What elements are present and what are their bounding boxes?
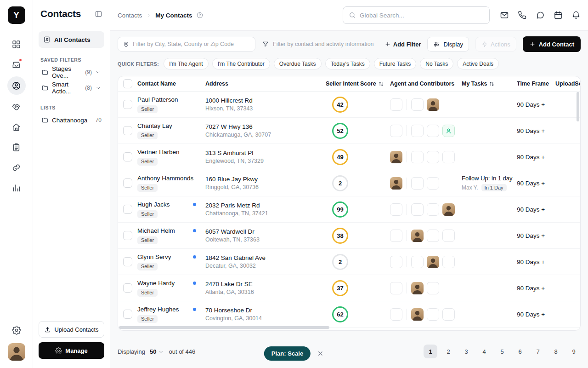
avatar-slot-empty[interactable] xyxy=(427,282,439,294)
contact-name[interactable]: Hugh Jacks xyxy=(137,201,170,208)
row-checkbox[interactable] xyxy=(123,205,132,214)
row-checkbox[interactable] xyxy=(123,231,132,240)
contact-name[interactable]: Paul Patterson xyxy=(137,96,178,103)
mail-icon[interactable] xyxy=(500,11,509,20)
horizontal-scrollbar[interactable] xyxy=(119,326,329,329)
saved-filter-item[interactable]: Smart Actio...(8) xyxy=(39,80,104,96)
avatar-slot-empty[interactable] xyxy=(427,308,439,321)
inbox-icon[interactable] xyxy=(8,56,25,73)
contributor-avatar[interactable] xyxy=(427,98,439,111)
column-header[interactable]: My Tasks xyxy=(462,80,517,87)
avatar-slot-empty[interactable] xyxy=(427,203,439,216)
add-filter-button[interactable]: Add Filter xyxy=(384,41,421,48)
display-button[interactable]: Display xyxy=(427,37,469,52)
avatar-slot-empty[interactable] xyxy=(442,230,455,242)
quick-filter-pill[interactable]: No Tasks xyxy=(420,58,453,69)
quick-filter-pill[interactable]: Active Deals xyxy=(457,58,499,69)
avatar-slot-empty[interactable] xyxy=(390,125,402,137)
contributor-avatar[interactable] xyxy=(411,230,424,242)
phone-icon[interactable] xyxy=(518,11,527,20)
quick-filter-pill[interactable]: I'm The Agent xyxy=(164,58,208,69)
app-logo[interactable]: Y xyxy=(8,6,25,24)
avatar-slot-empty[interactable] xyxy=(390,230,402,242)
table-row[interactable]: Jeffrey HughesSeller70 Horseshoe DrCovin… xyxy=(118,301,580,328)
sidebar-item-all-contacts[interactable]: All Contacts xyxy=(39,31,104,48)
table-row[interactable]: Chantay LaySeller7027 W Hwy 136Chickamau… xyxy=(118,118,580,144)
row-checkbox[interactable] xyxy=(123,257,132,266)
contributor-avatar[interactable] xyxy=(411,282,424,294)
bell-icon[interactable] xyxy=(571,11,581,20)
row-checkbox[interactable] xyxy=(123,152,132,161)
contact-name[interactable]: Michael Helm xyxy=(137,227,175,234)
page-button[interactable]: 8 xyxy=(549,345,563,358)
upload-contacts-button[interactable]: Upload Contacts xyxy=(39,321,104,338)
contact-name[interactable]: Anthony Hammonds xyxy=(137,175,193,182)
page-button[interactable]: 2 xyxy=(441,345,455,358)
avatar-slot-empty[interactable] xyxy=(390,98,402,111)
page-button[interactable]: 1 xyxy=(424,345,437,358)
select-all-checkbox[interactable] xyxy=(123,79,132,88)
page-button[interactable]: 7 xyxy=(531,345,545,358)
table-row[interactable]: Vertner HarbenSeller313 S Amhurst PlEngl… xyxy=(118,144,580,170)
tasks-icon[interactable] xyxy=(8,139,25,155)
chevron-down-icon[interactable] xyxy=(95,85,102,91)
avatar-slot-empty[interactable] xyxy=(427,151,439,163)
actions-button[interactable]: Actions xyxy=(475,37,516,52)
page-button[interactable]: 3 xyxy=(459,345,473,358)
avatar-slot-empty[interactable] xyxy=(427,230,439,242)
links-icon[interactable] xyxy=(8,159,25,176)
avatar-slot-empty[interactable] xyxy=(442,308,455,321)
contact-name[interactable]: Vertner Harben xyxy=(137,149,180,155)
avatar-slot-empty[interactable] xyxy=(411,151,424,163)
page-size-select[interactable]: 50 xyxy=(150,348,164,355)
avatar-slot-empty[interactable] xyxy=(411,177,424,190)
avatar-slot-empty[interactable] xyxy=(442,256,455,268)
avatar-slot-empty[interactable] xyxy=(427,125,439,137)
avatar-slot-empty[interactable] xyxy=(411,98,424,111)
table-row[interactable]: Anthony HammondsSeller160 Blue Jay PkwyR… xyxy=(118,170,580,196)
avatar-slot-empty[interactable] xyxy=(442,151,455,163)
collapse-sidebar-icon[interactable] xyxy=(95,10,102,18)
row-checkbox[interactable] xyxy=(123,178,132,188)
avatar-slot-empty[interactable] xyxy=(411,203,424,216)
saved-filter-item[interactable]: Stages Ove...(9) xyxy=(39,64,104,80)
task-title[interactable]: Follow Up: in 1 day xyxy=(462,175,514,182)
table-row[interactable]: Hugh JacksSeller2032 Paris Metz RdChatta… xyxy=(118,196,580,223)
table-row[interactable]: Glynn ServySeller1842 San Gabriel AveDec… xyxy=(118,249,580,275)
avatar-slot-empty[interactable] xyxy=(411,256,424,268)
contact-name[interactable]: Glynn Servy xyxy=(137,253,171,260)
dashboard-icon[interactable] xyxy=(8,36,25,52)
sort-icon[interactable] xyxy=(489,81,495,87)
list-item[interactable]: Chattanooga70 xyxy=(39,112,104,128)
contributor-avatar[interactable] xyxy=(427,256,439,268)
avatar-slot-empty[interactable] xyxy=(390,203,402,216)
column-header[interactable]: Address xyxy=(205,80,326,87)
contributor-avatar[interactable] xyxy=(411,308,424,321)
location-filter-input[interactable] xyxy=(133,41,250,47)
chat-icon[interactable] xyxy=(536,11,545,20)
deals-icon[interactable] xyxy=(8,98,25,115)
column-header[interactable]: UploadSo xyxy=(555,80,580,87)
manage-button[interactable]: Manage xyxy=(39,342,104,359)
column-header[interactable]: Time Frame xyxy=(517,80,555,87)
calendar-icon[interactable] xyxy=(554,11,563,20)
quick-filter-pill[interactable]: I'm The Contributor xyxy=(212,58,270,69)
global-search-input[interactable] xyxy=(360,12,484,19)
contributor-avatar[interactable] xyxy=(442,203,455,216)
contact-filter-input[interactable] xyxy=(273,41,378,47)
avatar-slot-empty[interactable] xyxy=(390,256,402,268)
page-button[interactable]: 5 xyxy=(495,345,509,358)
avatar-slot-empty[interactable] xyxy=(427,177,439,190)
column-header[interactable]: Contact Name xyxy=(137,80,205,87)
avatar-slot-empty[interactable] xyxy=(411,125,424,137)
home-icon[interactable] xyxy=(8,119,25,135)
analytics-icon[interactable] xyxy=(8,179,25,196)
page-button[interactable]: 6 xyxy=(513,345,527,358)
close-icon[interactable] xyxy=(317,350,324,357)
table-row[interactable]: Paul PattersonSeller1000 Hillcrest RdHix… xyxy=(118,92,580,118)
quick-filter-pill[interactable]: Overdue Tasks xyxy=(274,58,322,69)
row-checkbox[interactable] xyxy=(123,100,132,109)
user-avatar[interactable] xyxy=(8,343,25,361)
agent-person-icon[interactable] xyxy=(442,125,455,137)
avatar-slot-empty[interactable] xyxy=(390,308,402,321)
